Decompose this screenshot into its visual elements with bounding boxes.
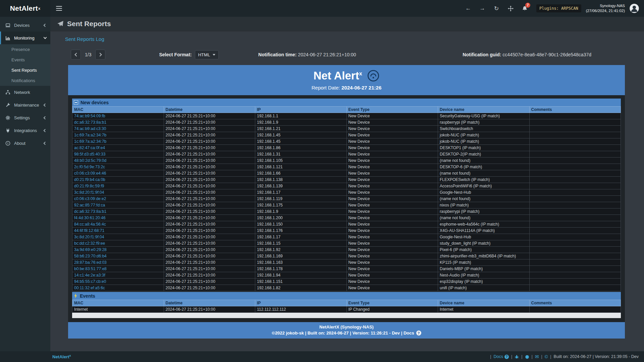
sidebar-toggle-icon[interactable]	[50, 0, 68, 17]
table-row: 58:b6:23:70:d6:b42024-06-27 21:25:21+10:…	[72, 253, 621, 259]
mac-link[interactable]: c0:06:c3:09:de:e2	[74, 196, 106, 201]
forward-icon[interactable]: →	[479, 5, 486, 12]
copyright-icon[interactable]: ©	[545, 354, 548, 359]
table-row: 3c:8d:20:f1:9f:042024-06-27 21:25:21+10:…	[72, 234, 621, 240]
column-header: Comments	[529, 107, 621, 113]
mac-link[interactable]: 44:6f:f8:12:68:71	[74, 228, 104, 233]
cell: 192.168.1.86	[255, 145, 347, 151]
mac-link[interactable]: 14:c1:4e:2e:a3:3f	[74, 273, 105, 278]
sidebar-item-notifications[interactable]: Notifications	[0, 75, 50, 86]
app-logo[interactable]: NetAlertx	[0, 0, 50, 17]
mac-link[interactable]: 48:b0:2d:5c:79:0d	[74, 158, 106, 163]
sent-reports-log-link[interactable]: Sent Reports Log	[65, 36, 104, 42]
cell	[529, 259, 621, 266]
cell: Internet	[438, 306, 530, 313]
cell: 192.168.1.45	[255, 132, 347, 138]
prev-page-button[interactable]	[71, 50, 81, 60]
cell: 2024-06-27 21:25:21+10:00	[164, 234, 255, 240]
mac-link[interactable]: 1c:69:7a:a2:34:7b	[74, 139, 106, 144]
footer-brand-link[interactable]: NetAlertx	[52, 354, 71, 359]
question-icon[interactable]: ?	[416, 330, 421, 336]
cell: 2024-06-27 21:25:21+10:00	[164, 126, 255, 132]
mac-link[interactable]: 74:ac:b9:54:09:fb	[74, 114, 105, 118]
cell: Switchboardswitch	[438, 126, 530, 132]
plugins-badge[interactable]: Plugins: ARPSCAN	[536, 4, 581, 12]
page-body: Sent Reports Log 1/3 Select Format: HTML…	[50, 31, 644, 351]
cell: 2024-06-27 21:25:21+10:00	[164, 132, 255, 138]
mac-link[interactable]: d0:21:f9:b4:ca:0b	[74, 177, 105, 182]
cell: 192.168.1.175	[255, 202, 347, 208]
mac-link[interactable]: f4:4d:30:61:20:46	[74, 216, 105, 220]
docs-link[interactable]: Docs?	[494, 354, 509, 359]
mac-link[interactable]: 1c:69:7a:a2:34:7b	[74, 133, 106, 137]
section-header[interactable]: New devices	[72, 99, 621, 106]
bug-report-icon[interactable]	[515, 355, 519, 359]
sidebar-item-about[interactable]: About	[0, 137, 50, 149]
table-row: 3a:9d:69:e0:29:282024-06-27 21:25:21+10:…	[72, 247, 621, 253]
sidebar-item-presence[interactable]: Presence	[0, 44, 50, 55]
mac-link[interactable]: 94:b5:55:c7:cb:e0	[74, 279, 106, 284]
sidebar-item-integrations[interactable]: Integrations	[0, 124, 50, 137]
format-select[interactable]: HTML	[195, 50, 219, 59]
cell	[529, 119, 621, 126]
mac-link[interactable]: 58:b6:23:70:d6:b4	[74, 254, 107, 258]
cell: esphome-web-4a564c (IP match)	[438, 221, 530, 228]
cell: 2024-06-27 21:25:21+10:00	[164, 119, 255, 126]
section-header[interactable]: Events	[72, 292, 621, 300]
cell: 192.168.1.200	[255, 215, 347, 221]
cell: 192.168.1.82	[255, 285, 347, 291]
refresh-icon[interactable]: ↻	[493, 5, 500, 12]
report-title: Net Alertx	[68, 69, 625, 82]
mac-link[interactable]: c0:06:c3:09:e4:46	[74, 171, 106, 176]
back-icon[interactable]: ←	[465, 5, 472, 12]
mac-link[interactable]: b0:be:83:51:77:e8	[74, 266, 107, 271]
cell: bc:dd:c2:32:f9:ee	[72, 240, 164, 247]
sidebar-item-devices[interactable]: Devices	[0, 19, 50, 32]
sidebar-item-settings[interactable]: Settings	[0, 111, 50, 124]
mac-link[interactable]: 28:87:ba:76:ed:03	[74, 260, 107, 265]
chevron-left-icon	[44, 141, 47, 145]
mac-link[interactable]: 92:ac:85:77:fd:ca	[74, 203, 105, 207]
notifications-bell-icon[interactable]: 7	[521, 5, 528, 12]
mac-link[interactable]: 74:ac:b9:ad:c3:30	[74, 126, 106, 131]
mac-link[interactable]: 2c:f0:5d:9e:73:2c	[74, 165, 105, 169]
cell: 192.168.1.17	[255, 234, 347, 240]
mac-link[interactable]: bc:dd:c2:32:f9:ee	[74, 241, 105, 246]
paper-plane-icon	[57, 20, 64, 27]
avatar[interactable]	[629, 3, 639, 13]
cell: New Device	[346, 189, 438, 196]
report-title-text: Net Alert	[313, 69, 359, 82]
mac-link[interactable]: 3c:8d:20:f1:9f:04	[74, 235, 104, 239]
column-header: IP	[255, 300, 347, 306]
next-page-button[interactable]	[95, 50, 105, 60]
mac-link[interactable]: 3c:8d:20:f1:9f:04	[74, 190, 104, 195]
mac-link[interactable]: 84:cc:a8:4a:56:4c	[74, 222, 106, 227]
mac-link[interactable]: d0:21:f9:8c:59:f9	[74, 184, 104, 188]
mac-link[interactable]: ac:82:47:ca:0f:e4	[74, 145, 105, 150]
mac-link[interactable]: 98:5f:d3:d5:40:33	[74, 152, 105, 157]
cell	[529, 158, 621, 164]
question-icon: ?	[504, 355, 509, 359]
cell: 1c:69:7a:a2:34:7b	[72, 138, 164, 145]
sidebar-item-network[interactable]: Network	[0, 86, 50, 99]
github-icon[interactable]	[525, 355, 529, 359]
cell: 2024-06-27 21:25:21+10:00	[164, 196, 255, 202]
cell: 192.168.1.151	[255, 279, 347, 285]
mac-link[interactable]: dc:a6:32:73:8a:b1	[74, 209, 106, 214]
sidebar-item-maintenance[interactable]: Maintenance	[0, 99, 50, 111]
mail-icon[interactable]: ✉	[535, 354, 539, 359]
mac-link[interactable]: 00:11:32:ef:a5:6c	[74, 286, 105, 290]
sidebar-item-sent-reports[interactable]: Sent Reports	[0, 65, 50, 75]
cell	[529, 279, 621, 285]
app-logo-text: NetAlert	[10, 4, 38, 12]
mac-link[interactable]: 3a:9d:69:e0:29:28	[74, 247, 107, 252]
sidebar-item-label: About	[14, 141, 44, 146]
mac-link[interactable]: dc:a6:32:73:8a:b1	[74, 120, 106, 125]
sidebar-item-monitoring[interactable]: Monitoring	[0, 32, 50, 44]
cell	[529, 138, 621, 145]
sidebar-item-events[interactable]: Events	[0, 55, 50, 65]
move-icon[interactable]	[507, 5, 514, 12]
cell: X4G-AU-SHA1114A (IP match)	[438, 228, 530, 234]
cell	[529, 183, 621, 189]
notification-guid-value: cc44507e-8ea6-48e7-90c1-26de548ca37d	[502, 52, 591, 57]
